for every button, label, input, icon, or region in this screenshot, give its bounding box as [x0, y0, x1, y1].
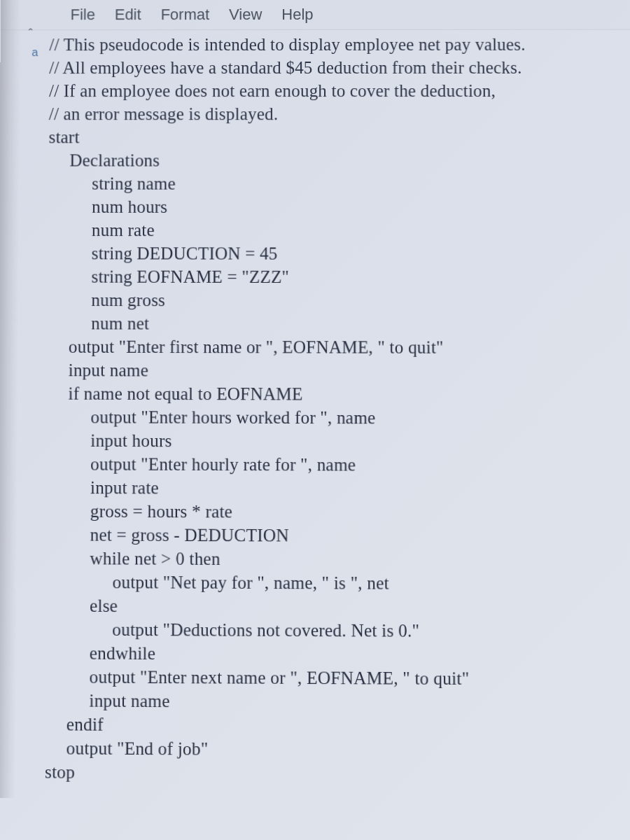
code-line: // This pseudocode is intended to displa…: [49, 33, 624, 56]
code-line: num rate: [48, 218, 626, 242]
code-line: // If an employee does not earn enough t…: [49, 79, 624, 102]
menu-bar: File Edit Format View Help: [1, 0, 630, 30]
code-line: else: [46, 594, 628, 620]
code-line: endif: [45, 713, 629, 739]
code-line: output "Net pay for ", name, " is ", net: [46, 570, 629, 596]
code-line: num hours: [48, 195, 625, 219]
code-line: input name: [47, 358, 626, 383]
code-line: output "Enter first name or ", EOFNAME, …: [48, 335, 626, 359]
code-line: output "End of job": [45, 736, 629, 763]
code-line: // All employees have a standard $45 ded…: [49, 56, 624, 79]
code-line: output "Deductions not covered. Net is 0…: [46, 617, 628, 643]
menu-edit[interactable]: Edit: [115, 6, 141, 24]
code-line: num net: [48, 312, 626, 336]
code-line: string name: [48, 172, 625, 195]
menu-help[interactable]: Help: [281, 6, 313, 24]
code-line: endwhile: [46, 641, 629, 667]
code-line: start: [49, 125, 625, 148]
code-line: Declarations: [48, 148, 624, 172]
code-line: input hours: [47, 428, 627, 454]
editor-content[interactable]: // This pseudocode is intended to displa…: [0, 30, 630, 802]
code-line: string EOFNAME = "ZZZ": [48, 265, 626, 288]
code-line: // an error message is displayed.: [49, 102, 625, 125]
code-line: input rate: [46, 476, 627, 501]
code-line: output "Enter hours worked for ", name: [47, 405, 626, 430]
code-line: while net > 0 then: [46, 547, 628, 573]
code-line: gross = hours * rate: [46, 499, 627, 524]
code-line: string DEDUCTION = 45: [48, 241, 625, 265]
menu-view[interactable]: View: [229, 6, 262, 24]
code-line: net = gross - DEDUCTION: [46, 523, 628, 548]
code-line: stop: [45, 760, 629, 787]
code-line: if name not equal to EOFNAME: [47, 382, 626, 406]
code-line: output "Enter next name or ", EOFNAME, "…: [46, 665, 629, 692]
menu-file[interactable]: File: [71, 6, 95, 24]
code-line: output "Enter hourly rate for ", name: [47, 452, 627, 477]
code-line: input name: [46, 689, 629, 715]
menu-format[interactable]: Format: [161, 6, 210, 24]
code-line: num gross: [48, 288, 626, 313]
